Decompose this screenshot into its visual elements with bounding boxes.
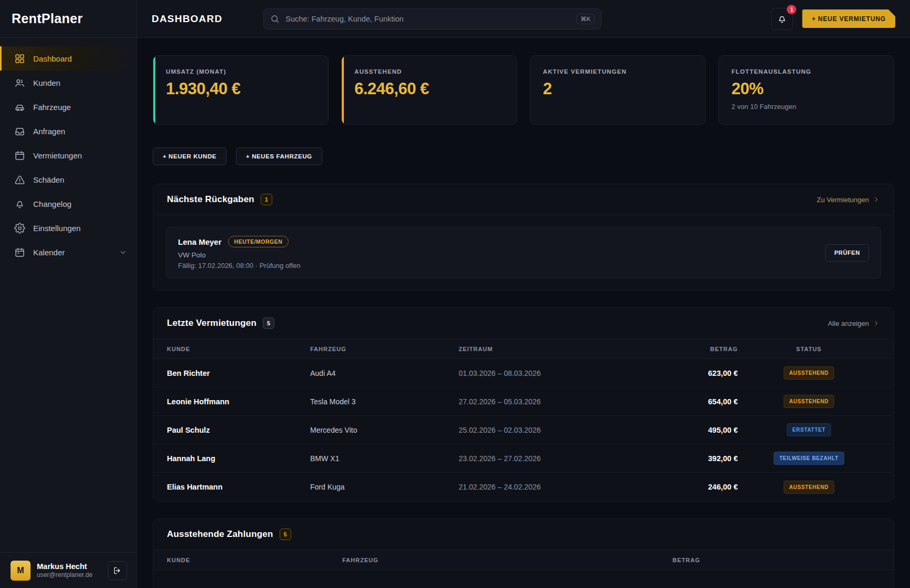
rentals-count-badge: 5 (263, 317, 274, 329)
return-vehicle: VW Polo (178, 251, 300, 259)
status-badge: ERSTATTET (787, 423, 832, 436)
logout-button[interactable] (108, 561, 127, 580)
new-vehicle-button[interactable]: + NEUES FAHRZEUG (236, 147, 322, 165)
search-shortcut: ⌘K (576, 14, 595, 24)
sidebar-item-kalender[interactable]: Kalender (0, 240, 136, 264)
payments-panel-header: Ausstehende Zahlungen 5 (153, 519, 894, 550)
rentals-panel-header: Letzte Vermietungen 5 Alle anzeigen (153, 308, 894, 339)
sidebar-item-label: Schäden (33, 175, 64, 184)
returns-panel: Nächste Rückgaben 1 Zu Vermietungen Lena… (153, 184, 894, 291)
gear-icon (14, 223, 25, 234)
user-name: Markus Hecht (37, 562, 93, 571)
app-root: RentPlaner DashboardKundenFahrzeugeAnfra… (0, 0, 910, 588)
rental-row[interactable]: Hannah LangBMW X123.02.2026 – 27.02.2026… (153, 444, 894, 473)
sidebar-item-vermietungen[interactable]: Vermietungen (0, 143, 136, 167)
calendar-alt-icon (14, 247, 25, 258)
user-email: user@rentplaner.de (37, 571, 93, 580)
kpi-cards: UMSATZ (MONAT)1.930,40 €AUSSTEHEND6.246,… (153, 55, 894, 125)
sidebar: RentPlaner DashboardKundenFahrzeugeAnfra… (0, 0, 137, 588)
due-badge: HEUTE/MORGEN (228, 236, 289, 247)
sidebar-item-fahrzeuge[interactable]: Fahrzeuge (0, 95, 136, 119)
rental-customer: Ben Richter (167, 369, 310, 377)
sidebar-item-dashboard[interactable]: Dashboard (0, 46, 136, 71)
rental-status-cell: AUSSTEHEND (738, 481, 880, 494)
returns-title: Nächste Rückgaben (167, 194, 254, 205)
rental-row[interactable]: Leonie HoffmannTesla Model 327.02.2026 –… (153, 387, 894, 416)
rental-period: 21.02.2026 – 24.02.2026 (459, 483, 680, 491)
kpi-label: UMSATZ (MONAT) (166, 68, 315, 75)
kpi-accent-bar (153, 56, 155, 124)
sidebar-item-changelog[interactable]: Changelog (0, 192, 136, 216)
new-customer-button[interactable]: + NEUER KUNDE (153, 147, 226, 165)
rental-status-cell: TEILWEISE BEZAHLT (738, 452, 880, 465)
rental-amount: 246,00 € (680, 483, 738, 491)
rental-amount: 495,00 € (680, 426, 738, 434)
payments-count-badge: 5 (280, 529, 291, 540)
check-button[interactable]: PRÜFEN (825, 244, 869, 262)
chevron-down-icon (119, 248, 127, 256)
warning-triangle-icon (14, 174, 25, 185)
new-rental-button[interactable]: + NEUE VERMIETUNG (802, 9, 895, 28)
payments-table-header: KUNDEFAHRZEUGBETRAG (153, 550, 894, 570)
rental-status-cell: AUSSTEHEND (738, 366, 880, 380)
rental-row[interactable]: Ben RichterAudi A401.03.2026 – 08.03.202… (153, 359, 894, 387)
column-header-betrag: BETRAG (680, 346, 738, 352)
column-header-kunde: KUNDE (167, 346, 310, 352)
column-header-betrag: BETRAG (672, 557, 880, 563)
sidebar-item-label: Dashboard (33, 54, 72, 63)
return-customer: Lena Meyer (178, 237, 222, 246)
sidebar-item-label: Anfragen (33, 127, 65, 136)
rental-status-cell: AUSSTEHEND (738, 395, 880, 408)
rental-row[interactable]: Paul SchulzMercedes Vito25.02.2026 – 02.… (153, 416, 894, 444)
returns-link[interactable]: Zu Vermietungen (817, 196, 880, 204)
kpi-label: AKTIVE VERMIETUNGEN (543, 68, 693, 75)
column-header-kunde: KUNDE (167, 557, 342, 563)
rental-row[interactable]: Elias HartmannFord Kuga21.02.2026 – 24.0… (153, 473, 894, 501)
rental-amount: 623,00 € (680, 369, 738, 377)
rental-customer: Elias Hartmann (167, 483, 310, 491)
kpi-value: 6.246,60 € (354, 79, 504, 98)
avatar: M (11, 561, 31, 581)
chevron-right-icon (873, 320, 880, 327)
kpi-accent-bar (342, 56, 344, 124)
returns-panel-header: Nächste Rückgaben 1 Zu Vermietungen (153, 184, 894, 215)
logout-icon (113, 566, 122, 575)
rental-customer: Paul Schulz (167, 426, 310, 434)
rental-vehicle: Audi A4 (310, 369, 459, 377)
kpi-card-flottenauslastung: FLOTTENAUSLASTUNG20%2 von 10 Fahrzeugen (718, 55, 894, 125)
rentals-title: Letzte Vermietungen (167, 318, 256, 328)
sidebar-item-einstellungen[interactable]: Einstellungen (0, 216, 136, 240)
notifications-button[interactable]: 1 (771, 8, 793, 30)
payments-panel: Ausstehende Zahlungen 5 KUNDEFAHRZEUGBET… (153, 519, 894, 588)
status-badge: AUSSTEHEND (784, 366, 835, 380)
notification-badge: 1 (787, 5, 796, 14)
sidebar-item-label: Vermietungen (33, 151, 82, 160)
page-title: DASHBOARD (152, 13, 222, 25)
sidebar-item-sch-den[interactable]: Schäden (0, 167, 136, 192)
kpi-value: 2 (543, 79, 693, 98)
grid-icon (14, 53, 25, 64)
user-meta: Markus Hecht user@rentplaner.de (37, 562, 93, 580)
returns-link-label: Zu Vermietungen (817, 196, 869, 204)
rental-period: 01.03.2026 – 08.03.2026 (459, 369, 680, 377)
car-icon (14, 102, 25, 113)
rentals-link[interactable]: Alle anzeigen (828, 320, 880, 327)
returns-count-badge: 1 (261, 194, 272, 205)
rental-vehicle: Tesla Model 3 (310, 397, 459, 406)
rental-vehicle: Ford Kuga (310, 483, 459, 491)
rental-amount: 654,00 € (680, 397, 738, 406)
return-item[interactable]: Lena Meyer HEUTE/MORGEN VW Polo Fällig: … (166, 227, 881, 278)
rental-period: 23.02.2026 – 27.02.2026 (459, 454, 680, 463)
inbox-icon (14, 126, 25, 137)
topbar: DASHBOARD ⌘K 1 + NEUE VERMIETUNG (137, 0, 910, 38)
kpi-card-umsatz-monat: UMSATZ (MONAT)1.930,40 € (153, 55, 329, 125)
rentals-table-header: KUNDEFAHRZEUGZEITRAUMBETRAGSTATUS (153, 339, 894, 359)
payments-table-body (153, 570, 894, 588)
sidebar-item-kunden[interactable]: Kunden (0, 71, 136, 95)
search-input[interactable] (284, 14, 571, 24)
search-box[interactable]: ⌘K (263, 8, 601, 29)
sidebar-item-anfragen[interactable]: Anfragen (0, 119, 136, 143)
rental-period: 25.02.2026 – 02.03.2026 (459, 426, 680, 434)
rental-customer: Hannah Lang (167, 454, 310, 463)
kpi-value: 1.930,40 € (166, 79, 315, 98)
